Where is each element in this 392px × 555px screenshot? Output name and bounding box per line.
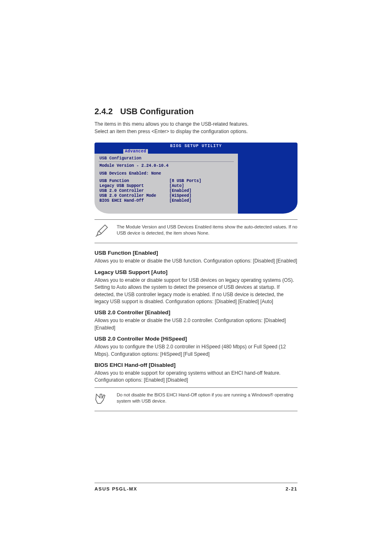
item-body-usb20: Allows you to enable or disable the USB …	[95, 317, 297, 332]
bios-row: USB 2.0 Controller [Enabled]	[99, 189, 234, 193]
bios-row-value: [Enabled]	[169, 198, 191, 203]
note-pencil-icon	[95, 223, 109, 240]
bios-row-label: USB 2.0 Controller Mode	[99, 193, 169, 198]
bios-panel-heading: USB Configuration	[99, 155, 234, 162]
bios-row: BIOS EHCI Hand-Off [Enabled]	[99, 198, 234, 203]
bios-body: USB Configuration Module Version - 2.24.…	[95, 154, 297, 214]
bios-row-value: [8 USB Ports]	[169, 179, 201, 184]
bios-module-line: Module Version - 2.24.0-10.4	[99, 163, 234, 168]
bios-row-value: [HiSpeed]	[169, 193, 191, 198]
item-body-ehci: Allows you to enable support for operati…	[95, 370, 297, 384]
bios-row: USB 2.0 Controller Mode [HiSpeed]	[99, 193, 234, 198]
bios-tab-advanced: Advanced	[123, 149, 148, 154]
item-heading-ehci: BIOS EHCI Hand-off [Disabled]	[95, 362, 297, 368]
bios-row-value: [Auto]	[169, 184, 184, 189]
note-block: The Module Version and USB Devices Enabl…	[95, 219, 297, 243]
bios-row: USB Function [8 USB Ports]	[99, 179, 234, 184]
bios-left-panel: USB Configuration Module Version - 2.24.…	[95, 154, 238, 214]
bios-row-label: USB 2.0 Controller	[99, 189, 169, 193]
section-number: 2.4.2	[95, 107, 113, 116]
item-heading-usb20mode: USB 2.0 Controller Mode [HiSpeed]	[95, 336, 297, 342]
footer-right: 2-21	[286, 486, 297, 491]
intro-line1: The items in this menu allows you to cha…	[95, 121, 249, 127]
bios-right-panel	[238, 154, 297, 214]
section-heading: 2.4.2USB Configuration	[95, 107, 297, 116]
item-body-usb-function: Allows you to enable or disable the USB …	[95, 258, 297, 265]
note-text: The Module Version and USB Devices Enabl…	[117, 223, 297, 237]
bios-devices-line: USB Devices Enabled: None	[99, 171, 234, 176]
footer-left: ASUS P5GL-MX	[95, 486, 137, 491]
bios-row: Legacy USB Support [Auto]	[99, 184, 234, 189]
section-title: USB Configuration	[120, 107, 194, 116]
bios-tab-row: Advanced	[95, 149, 297, 154]
intro-text: The items in this menu allows you to cha…	[95, 120, 297, 135]
caution-text: Do not disable the BIOS EHCI Hand-Off op…	[117, 391, 297, 405]
caution-hand-icon	[95, 391, 109, 408]
bios-title-bar: BIOS SETUP UTILITY	[95, 143, 297, 149]
page: 2.4.2USB Configuration The items in this…	[0, 0, 392, 555]
bios-screenshot: BIOS SETUP UTILITY Advanced USB Configur…	[95, 143, 297, 214]
item-heading-usb20: USB 2.0 Controller [Enabled]	[95, 309, 297, 315]
item-heading-usb-function: USB Function [Enabled]	[95, 250, 297, 256]
bios-row-label: USB Function	[99, 179, 169, 184]
item-body-legacy: Allows you to enable or disable support …	[95, 277, 297, 306]
bios-row-label: BIOS EHCI Hand-Off	[99, 198, 169, 203]
page-footer: ASUS P5GL-MX 2-21	[95, 483, 297, 491]
item-heading-legacy: Legacy USB Support [Auto]	[95, 269, 297, 275]
caution-block: Do not disable the BIOS EHCI Hand-Off op…	[95, 387, 297, 411]
item-body-usb20mode: Allows you to configure the USB 2.0 cont…	[95, 343, 297, 358]
bios-row-value: [Enabled]	[169, 189, 191, 193]
bios-row-label: Legacy USB Support	[99, 184, 169, 189]
intro-line2: Select an item then press <Enter> to dis…	[95, 129, 248, 134]
svg-line-0	[99, 231, 101, 234]
